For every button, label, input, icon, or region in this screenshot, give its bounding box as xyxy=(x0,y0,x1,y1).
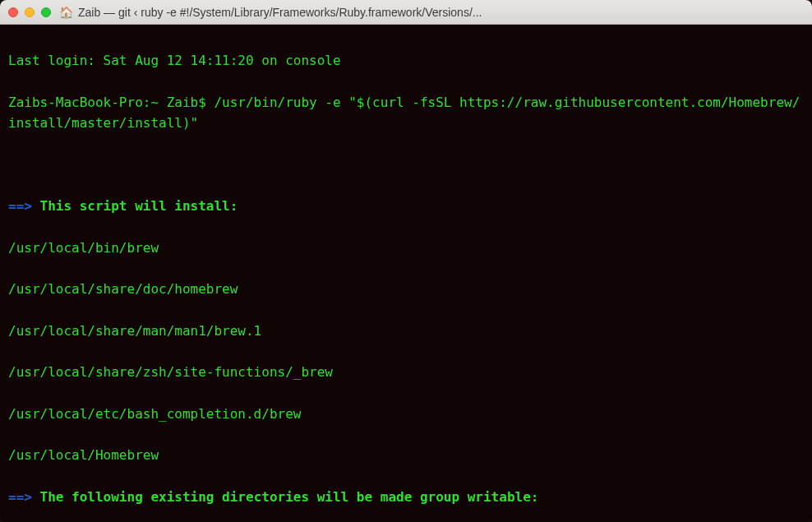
section-install-heading: ==> This script will install: xyxy=(8,196,804,216)
section-writable-text: The following existing directories will … xyxy=(32,489,539,505)
minimize-button[interactable] xyxy=(25,7,35,17)
prompt-host: Zaibs-MacBook-Pro:~ Zaib$ xyxy=(8,95,214,110)
blank-line xyxy=(8,155,804,175)
prompt-line: Zaibs-MacBook-Pro:~ Zaib$ /usr/bin/ruby … xyxy=(8,92,804,134)
install-path: /usr/local/Homebrew xyxy=(8,445,804,465)
install-path: /usr/local/share/man/man1/brew.1 xyxy=(8,321,804,341)
install-path: /usr/local/share/zsh/site-functions/_bre… xyxy=(8,362,804,382)
install-path: /usr/local/bin/brew xyxy=(8,238,804,258)
last-login-line: Last login: Sat Aug 12 14:11:20 on conso… xyxy=(8,50,804,71)
section-install-text: This script will install: xyxy=(32,198,238,214)
window-title: Zaib — git ‹ ruby -e #!/System/Library/F… xyxy=(78,6,804,19)
maximize-button[interactable] xyxy=(41,7,51,17)
install-path: /usr/local/etc/bash_completion.d/brew xyxy=(8,404,804,424)
terminal-window: 🏠 Zaib — git ‹ ruby -e #!/System/Library… xyxy=(0,0,812,522)
home-icon: 🏠 xyxy=(59,6,73,19)
titlebar[interactable]: 🏠 Zaib — git ‹ ruby -e #!/System/Library… xyxy=(0,0,812,25)
close-button[interactable] xyxy=(8,7,18,17)
arrow-marker: ==> xyxy=(8,489,32,505)
install-path: /usr/local/share/doc/homebrew xyxy=(8,279,804,299)
arrow-marker: ==> xyxy=(8,198,32,214)
terminal-output[interactable]: Last login: Sat Aug 12 14:11:20 on conso… xyxy=(0,25,812,522)
section-writable-heading: ==> The following existing directories w… xyxy=(8,487,804,507)
traffic-lights xyxy=(8,7,51,17)
